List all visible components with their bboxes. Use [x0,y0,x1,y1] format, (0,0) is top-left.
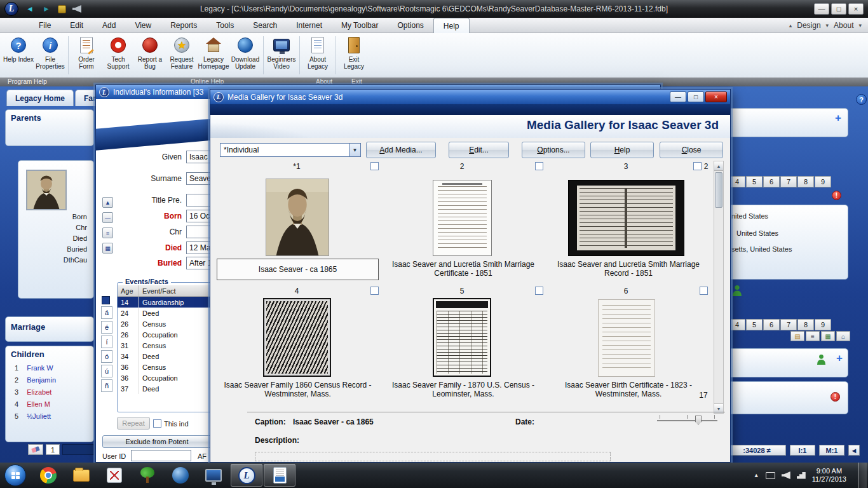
add-spouse-icon[interactable]: + [836,353,843,363]
marriage-tab[interactable]: 6 [763,319,780,330]
index-status[interactable]: I:1 [790,445,815,456]
tray-volume-icon[interactable] [782,471,790,479]
add-parent-icon[interactable]: + [835,112,841,123]
scroll-up-mini-button[interactable]: ▲ [102,197,113,208]
media-thumbnail-census[interactable] [263,298,331,377]
spouse-tab[interactable]: 6 [763,176,780,187]
grid-icon[interactable]: ▦ [821,331,835,341]
menu-search[interactable]: Search [243,18,287,32]
menu-reports[interactable]: Reports [161,18,207,32]
marriage-status[interactable]: M:1 [819,445,844,456]
beginners-video-button[interactable]: Beginners Video [266,35,297,70]
menu-options[interactable]: Options [388,18,433,32]
help-circle-icon[interactable]: ? [856,94,867,105]
list-icon[interactable]: ≡ [806,331,820,341]
taskbar-legacy[interactable]: L [231,464,262,487]
tab-legacy-home[interactable]: Legacy Home [6,90,74,106]
options-button[interactable]: Options... [522,142,585,158]
media-thumbnail-certificate[interactable] [598,299,655,377]
help-index-button[interactable]: ? Help Index [3,35,34,63]
add-media-button[interactable]: Add Media... [366,142,436,158]
tray-display-icon[interactable] [766,472,775,479]
list-mini-button[interactable]: ≡ [102,227,113,238]
media-thumbnail-document[interactable] [433,180,492,256]
char-palette-icon[interactable] [102,296,110,304]
person-icon[interactable] [732,285,742,296]
marriage-tab[interactable]: 4 [729,319,745,330]
child-link[interactable]: Ellen M [27,400,50,408]
calendar-mini-button[interactable]: ▦ [102,243,113,254]
spouse-tab[interactable]: 8 [797,176,814,187]
eraser-button[interactable] [28,444,43,455]
taskbar-writer[interactable] [264,464,295,487]
menu-view[interactable]: View [125,18,161,32]
dialog-close-button[interactable]: × [705,92,727,102]
tech-support-button[interactable]: Tech Support [102,35,134,70]
report-a-bug-button[interactable]: Report a Bug [134,35,166,70]
taskbar-browser[interactable] [165,464,196,487]
start-button[interactable] [4,464,26,486]
nav-back-mini-button[interactable]: ◄ [848,445,860,456]
minimize-button[interactable]: — [814,3,829,15]
scroll-up-icon[interactable]: ▲ [714,161,723,171]
marriage-tab[interactable]: 5 [746,319,763,330]
quick-access-icon[interactable] [58,5,66,13]
accent-a-button[interactable]: á [101,306,112,319]
collapse-ribbon-icon[interactable]: ▴ [789,22,792,29]
person-icon[interactable] [817,354,826,365]
media-checkbox[interactable] [535,162,543,170]
help-button[interactable]: Help [590,142,654,158]
menu-file[interactable]: File [29,18,60,32]
exit-legacy-button[interactable]: Exit Legacy [338,35,370,70]
accent-i-button[interactable]: í [101,336,112,348]
show-hidden-icons-icon[interactable]: ▲ [754,472,759,478]
close-button[interactable]: × [848,3,864,15]
taskbar-remote-desktop[interactable] [198,464,229,487]
marriage-tab[interactable]: 7 [780,319,797,330]
edit-button[interactable]: Edit... [449,142,509,158]
file-properties-button[interactable]: i File Properties [34,35,66,70]
download-update-button[interactable]: Download Update [229,35,261,70]
taskbar-clock[interactable]: 9:00 AM 11/27/2013 [812,467,846,484]
collapse-mini-button[interactable]: — [102,212,113,223]
media-checkbox[interactable] [535,287,543,295]
taskbar-family-tree-app[interactable] [132,464,163,487]
menu-add[interactable]: Add [93,18,125,32]
menu-tools[interactable]: Tools [207,18,243,32]
gallery-scrollbar[interactable]: ▲ ▼ [714,161,724,414]
child-link[interactable]: ½Juliett [27,412,51,420]
user-id-input[interactable] [131,450,191,461]
repeat-button[interactable]: Repeat [117,417,150,430]
this-individual-checkbox[interactable] [153,419,161,428]
accent-o-button[interactable]: ó [101,350,112,363]
menu-internet[interactable]: Internet [287,18,332,32]
spouse-tab[interactable]: 5 [746,176,763,187]
media-caption-selected[interactable]: Isaac Seaver - ca 1865 [217,259,379,280]
home-small-icon[interactable]: ⌂ [836,331,850,341]
menu-help[interactable]: Help [433,18,470,33]
order-form-button[interactable]: Order Form [71,35,102,70]
accent-e-button[interactable]: é [101,321,112,334]
back-icon[interactable]: ◄ [25,4,35,14]
menu-edit[interactable]: Edit [60,18,93,32]
scrollbar-thumb[interactable] [715,172,722,208]
about-menu[interactable]: About [834,21,853,30]
child-link[interactable]: Benjamin [27,376,56,384]
exclude-button[interactable]: Exclude from Potent [102,435,212,448]
media-checkbox[interactable] [370,287,379,295]
volume-icon[interactable] [72,5,81,13]
media-thumbnail-portrait[interactable] [266,179,329,256]
dialog-maximize-button[interactable]: □ [688,92,704,102]
accent-n-button[interactable]: ñ [101,379,112,392]
media-thumbnail-record[interactable] [568,180,684,256]
show-desktop-button[interactable] [858,463,867,488]
media-checkbox[interactable] [700,287,708,295]
spouse-tab[interactable]: 7 [780,176,797,187]
media-dialog-titlebar[interactable]: L Media Gallery for Isaac Seaver 3d — □ … [210,90,730,104]
menu-my-toolbar[interactable]: My Toolbar [332,18,388,32]
spouse-tab[interactable]: 4 [729,176,745,187]
taskbar-chrome[interactable] [32,464,64,487]
marriage-tab[interactable]: 9 [815,319,831,330]
notes-icon[interactable]: ▤ [790,331,804,341]
child-link[interactable]: Elizabet [27,388,51,396]
